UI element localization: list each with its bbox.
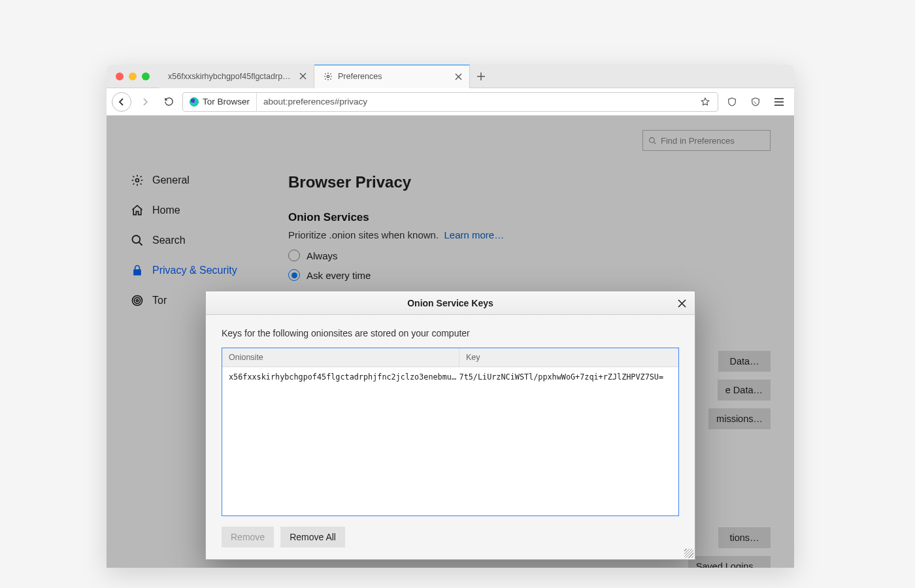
security-level-icon[interactable] (746, 92, 765, 112)
navigation-toolbar: Tor Browser about:preferences#privacy (107, 88, 794, 116)
remove-button[interactable]: Remove (222, 527, 274, 547)
table-row[interactable]: x56fxxskirhybchgpof45flgctadrphjfnc2jclz… (222, 367, 678, 387)
minimize-window-button[interactable] (129, 73, 137, 80)
tab-label: Preferences (338, 72, 448, 81)
cell-key: 7t5/LiUrzNCiWSTl/ppxhwWoG+7zqi+rZJlZHPVZ… (459, 372, 672, 382)
dialog-close-button[interactable] (675, 297, 688, 310)
remove-all-button[interactable]: Remove All (280, 527, 345, 547)
svg-point-0 (327, 75, 329, 78)
table-header: Onionsite Key (222, 348, 678, 367)
site-identity[interactable]: Tor Browser (183, 93, 257, 111)
forward-button[interactable] (135, 92, 155, 112)
shield-icon[interactable] (722, 92, 742, 112)
new-tab-button[interactable] (470, 72, 492, 81)
address-bar[interactable]: Tor Browser about:preferences#privacy (182, 92, 718, 112)
close-window-button[interactable] (116, 73, 124, 80)
browser-window: x56fxxskirhybchgpof45flgctadrphjfnc2jclz… (107, 65, 794, 568)
resize-grip[interactable] (684, 549, 693, 558)
window-controls (107, 73, 159, 80)
tab-onion-site[interactable]: x56fxxskirhybchgpof45flgctadrphjfnc2jclz… (159, 65, 314, 88)
zoom-window-button[interactable] (142, 73, 150, 80)
back-button[interactable] (112, 92, 131, 112)
gear-icon (324, 72, 333, 81)
reload-button[interactable] (159, 92, 178, 112)
column-key[interactable]: Key (459, 348, 678, 367)
close-tab-icon[interactable] (298, 72, 307, 81)
app-menu-button[interactable] (769, 92, 789, 112)
dialog-title: Onion Service Keys (407, 298, 493, 308)
dialog-body: Keys for the following onionsites are st… (206, 315, 695, 516)
close-tab-icon[interactable] (454, 72, 463, 81)
column-onionsite[interactable]: Onionsite (222, 348, 459, 367)
tab-strip: x56fxxskirhybchgpof45flgctadrphjfnc2jclz… (107, 65, 794, 88)
identity-label: Tor Browser (203, 97, 250, 106)
dialog-footer: Remove Remove All (206, 516, 695, 559)
dialog-header: Onion Service Keys (206, 291, 695, 315)
keys-table[interactable]: Onionsite Key x56fxxskirhybchgpof45flgct… (222, 348, 679, 516)
bookmark-star-icon[interactable] (695, 92, 715, 112)
onion-circuit-icon (190, 97, 199, 106)
tab-preferences[interactable]: Preferences (314, 65, 470, 88)
onion-service-keys-dialog: Onion Service Keys Keys for the followin… (205, 291, 695, 560)
dialog-description: Keys for the following onionsites are st… (222, 328, 679, 338)
url-text: about:preferences#privacy (257, 97, 374, 106)
cell-onionsite: x56fxxskirhybchgpof45flgctadrphjfnc2jclz… (229, 372, 459, 382)
tab-label: x56fxxskirhybchgpof45flgctadrphjfnc2jclz… (168, 72, 293, 81)
